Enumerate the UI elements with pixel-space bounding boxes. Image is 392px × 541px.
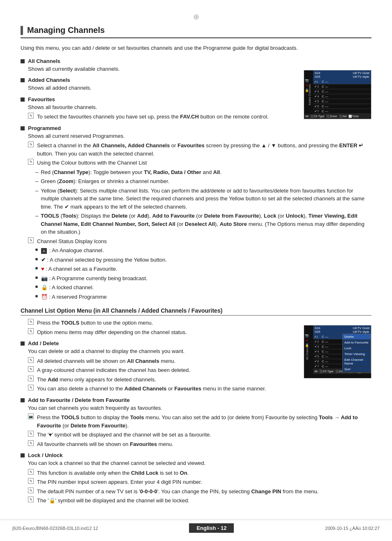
bullet-sq xyxy=(21,59,25,63)
footer-right: 2009-10-15 ¿ÀÀü 10:02:27 xyxy=(325,526,380,531)
icon-heart: ♥ xyxy=(41,266,44,272)
ch-side-icons-1: 📷 ♥ 🔒 xyxy=(304,79,310,92)
note-icon: ✎ xyxy=(28,469,34,475)
dash-tools: – TOOLS (Tools): Displays the Delete (or… xyxy=(35,212,371,236)
note-icon: ✎ xyxy=(28,488,34,493)
lock-unlock-desc: You can lock a channel so that the chann… xyxy=(28,459,371,467)
dot-sym xyxy=(35,276,38,279)
page-footer: [620-EeuroJBN68-02326B-03L10.ind12 12 En… xyxy=(0,520,392,533)
lock-note3: ✎ The default PIN number of a new TV set… xyxy=(28,488,371,496)
all-channels-title: All Channels xyxy=(28,58,60,64)
add-delete-note4: ✎ You can also delete a channel to the A… xyxy=(28,385,371,393)
lock-note4: ✎ The '🔒' symbol will be displayed and t… xyxy=(28,497,371,505)
added-channels-title: Added Channels xyxy=(28,77,70,83)
page-title: Managing Channels xyxy=(27,26,105,35)
programmed-section: Programmed Shows all current reserved Pr… xyxy=(21,125,371,301)
lock-note2: ✎ The PIN number input screen appears. E… xyxy=(28,478,371,486)
icon-A: A xyxy=(41,248,47,254)
bullet-sq xyxy=(21,453,25,457)
lock-unlock-title: Lock / Unlock xyxy=(28,452,63,458)
add-fav-title: Add to Favourite / Delete from Favourite xyxy=(28,397,130,403)
section-title: Managing Channels xyxy=(21,26,371,38)
programmed-note2: ✎ Using the Colour buttons with the Chan… xyxy=(28,159,371,167)
note-icon: ✎ xyxy=(28,385,34,390)
ctx-delete: Delete xyxy=(343,334,371,340)
ctx-lock: Lock xyxy=(343,346,371,351)
dot-heart: ♥ : A channel set as a Favourite. xyxy=(35,265,371,273)
title-bar xyxy=(21,26,23,35)
programmed-note1: ✎ Select a channel in the All Channels, … xyxy=(28,142,371,158)
footer-left: [620-EeuroJBN68-02326B-03L10.ind12 12 xyxy=(12,526,98,531)
add-delete-title: Add / Delete xyxy=(28,340,59,346)
dot-sym xyxy=(35,295,38,297)
ch-side-icons-2: 📷 ♥ 🔒 xyxy=(304,334,310,347)
note-icon: ✎ xyxy=(28,497,34,502)
header-crosshair: ⊕ xyxy=(21,12,371,26)
note-icon: ✎ xyxy=(28,357,34,363)
context-menu: Delete Add to Favourite Lock Timer Viewi… xyxy=(342,334,371,373)
page-number: English - 12 xyxy=(196,525,226,531)
ctx-edit-name: Edit Channel Name xyxy=(343,357,371,367)
dot-check: ✔ : A channel selected by pressing the Y… xyxy=(35,256,371,264)
add-fav-note3: ✎ All favourite channels will be shown o… xyxy=(28,440,371,448)
bullet-sq xyxy=(21,78,25,82)
note-icon: ✎ xyxy=(28,142,34,147)
tv-screenshot-2: All Channels 📷 ♥ 🔒 024025 UKTV GoldUKTV … xyxy=(304,325,371,378)
dot-sym xyxy=(35,258,38,260)
add-fav-note1: 📷 Press the TOOLS button to display the … xyxy=(28,413,371,430)
intro-text: Using this menu, you can add / delete or… xyxy=(21,44,371,52)
dot-lock: 🔒 : A locked channel. xyxy=(35,283,371,292)
note-icon: ✎ xyxy=(28,159,34,165)
page-number-box: English - 12 xyxy=(189,523,234,533)
bullet-sq xyxy=(21,398,25,402)
note-cam-icon: 📷 xyxy=(28,413,34,419)
dot-camera: 📷 : A Programme currently being broadcas… xyxy=(35,274,371,283)
favourites-title: Favourites xyxy=(28,96,55,102)
bullet-sq xyxy=(21,341,25,346)
dot-sym xyxy=(35,267,38,269)
dot-sym xyxy=(35,248,38,251)
add-fav-desc: You can set channels you watch frequentl… xyxy=(28,404,371,412)
note-icon: ✎ xyxy=(28,319,34,325)
ctx-add-fav: Add to Favourite xyxy=(343,340,371,346)
dash-green: – Green (Zoom): Enlarges or shrinks a ch… xyxy=(35,177,371,186)
note-icon: ✎ xyxy=(28,366,34,372)
bullet-sq xyxy=(21,98,25,102)
dot-sym xyxy=(35,286,38,288)
programmed-title: Programmed xyxy=(28,125,61,131)
lock-note1: ✎ This function is available only when t… xyxy=(28,469,371,477)
dot-clock: ⏰ : A reserved Programme xyxy=(35,293,371,301)
dash-yellow: – Yellow (Select): Selects multiple chan… xyxy=(35,187,371,211)
add-fav-section: Add to Favourite / Delete from Favourite… xyxy=(21,397,371,448)
note-icon: ✎ xyxy=(28,431,34,437)
programmed-desc: Shows all current reserved Programmes. xyxy=(28,132,371,140)
note-icon: ✎ xyxy=(28,376,34,381)
note-icon: ✎ xyxy=(28,478,34,484)
note-icon: ✎ xyxy=(28,440,34,446)
channel-list-option-title: Channel List Option Menu (in All Channel… xyxy=(21,307,371,316)
icon-camera: 📷 xyxy=(41,275,48,281)
add-fav-note2: ✎ The '♥' symbol will be displayed and t… xyxy=(28,431,371,439)
note-icon: ✎ xyxy=(28,113,34,118)
icon-clock: ⏰ xyxy=(41,294,48,300)
dash-red: – Red (Channel Type): Toggle between you… xyxy=(35,168,371,176)
ctx-sort: Sort xyxy=(343,367,371,372)
ctx-timer: Timer Viewing xyxy=(343,351,371,357)
icon-check: ✔ xyxy=(41,257,46,263)
page-wrapper: ⊕ Managing Channels Using this menu, you… xyxy=(0,0,392,541)
note-icon: ✎ xyxy=(28,237,34,243)
programmed-note3: ✎ Channel Status Display Icons xyxy=(28,237,371,246)
lock-unlock-section: Lock / Unlock You can lock a channel so … xyxy=(21,452,371,505)
bullet-sq xyxy=(21,126,25,130)
note-icon: ✎ xyxy=(28,328,34,334)
dot-analogue: A : An Analogue channel. xyxy=(35,246,371,255)
icon-lock: 🔒 xyxy=(41,284,48,290)
tv-screenshot-1: Added Channels 📷 ♥ 🔒 024025 UKTV GoldUKT… xyxy=(304,70,371,119)
